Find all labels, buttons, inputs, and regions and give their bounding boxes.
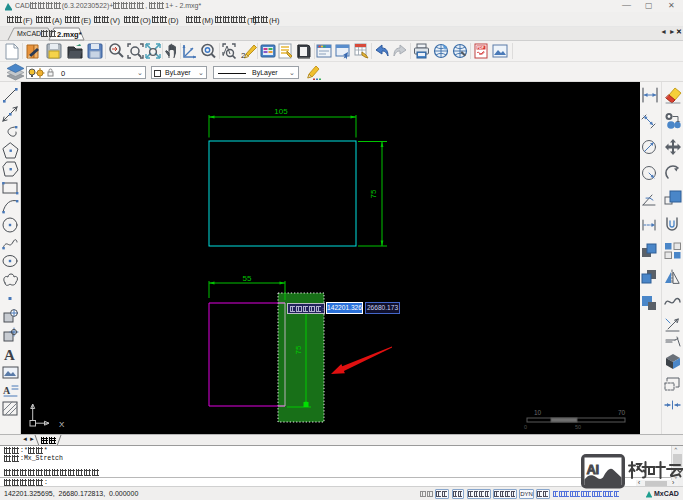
svg-text:PDF: PDF — [477, 46, 485, 50]
svg-text:2: 2 — [241, 51, 246, 60]
svg-text:75: 75 — [294, 345, 303, 354]
svg-text:50: 50 — [575, 424, 581, 430]
svg-text:AI: AI — [587, 462, 599, 477]
svg-text:75: 75 — [369, 189, 378, 198]
svg-text:70: 70 — [618, 409, 626, 416]
svg-text:10: 10 — [534, 409, 542, 416]
svg-text:X: X — [59, 420, 65, 429]
svg-text:105: 105 — [274, 107, 288, 116]
svg-text:A: A — [4, 347, 15, 363]
svg-text:0: 0 — [524, 424, 527, 430]
svg-text:55: 55 — [243, 274, 252, 283]
svg-text:A: A — [3, 385, 11, 396]
